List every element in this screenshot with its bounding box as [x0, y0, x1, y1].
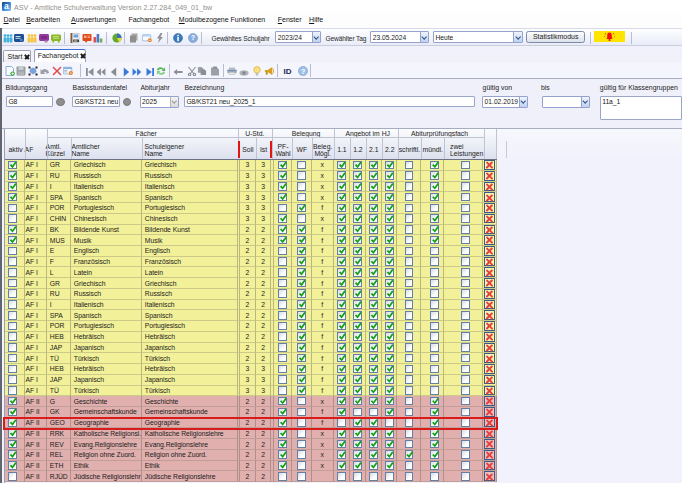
svg-text:?: ? — [301, 68, 305, 75]
svg-text:?: ? — [191, 34, 195, 41]
svg-text:abc: abc — [73, 39, 78, 43]
